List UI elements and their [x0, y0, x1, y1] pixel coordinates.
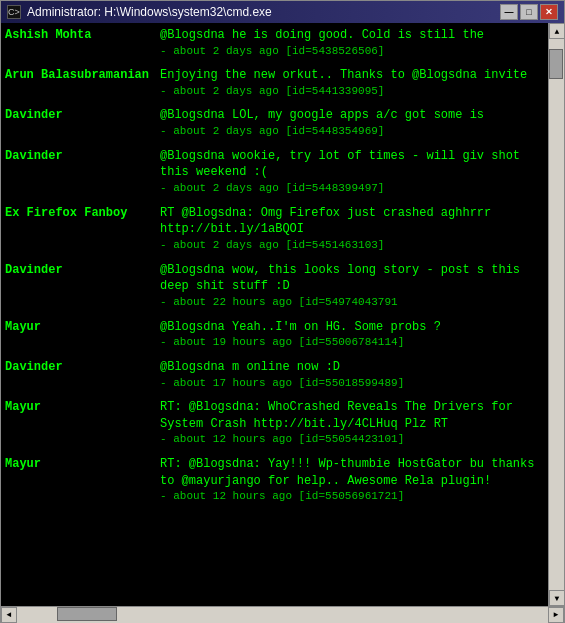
- horizontal-scrollbar[interactable]: ◄ ►: [1, 606, 564, 622]
- entry-message: @Blogsdna he is doing good. Cold is stil…: [160, 27, 544, 44]
- scroll-right-button[interactable]: ►: [548, 607, 564, 623]
- table-row: MayurRT: @Blogsdna: Yay!!! Wp-thumbie Ho…: [5, 456, 544, 505]
- entry-message: RT: @Blogsdna: WhoCrashed Reveals The Dr…: [160, 399, 544, 433]
- entry-username: Davinder: [5, 262, 160, 311]
- entry-username: Davinder: [5, 359, 160, 391]
- table-row: Davinder@Blogsdna m online now :D- about…: [5, 359, 544, 391]
- table-row: Mayur@Blogsdna Yeah..I'm on HG. Some pro…: [5, 319, 544, 351]
- h-scroll-track[interactable]: [17, 607, 548, 623]
- scroll-track[interactable]: [549, 39, 564, 590]
- cmd-area: Ashish Mohta@Blogsdna he is doing good. …: [1, 23, 564, 606]
- table-row: Ashish Mohta@Blogsdna he is doing good. …: [5, 27, 544, 59]
- maximize-button[interactable]: □: [520, 4, 538, 20]
- entry-content: Enjoying the new orkut.. Thanks to @Blog…: [160, 67, 544, 99]
- entry-meta: - about 19 hours ago [id=55006784114]: [160, 335, 544, 350]
- minimize-button[interactable]: —: [500, 4, 518, 20]
- title-bar-left: C> Administrator: H:\Windows\system32\cm…: [7, 5, 272, 19]
- entry-message: @Blogsdna wow, this looks long story - p…: [160, 262, 544, 296]
- entry-message: RT: @Blogsdna: Yay!!! Wp-thumbie HostGat…: [160, 456, 544, 490]
- table-row: Davinder@Blogsdna wow, this looks long s…: [5, 262, 544, 311]
- entry-username: Davinder: [5, 107, 160, 139]
- scroll-up-button[interactable]: ▲: [549, 23, 564, 39]
- entry-content: @Blogsdna wow, this looks long story - p…: [160, 262, 544, 311]
- scroll-thumb[interactable]: [549, 49, 563, 79]
- entry-content: RT: @Blogsdna: Yay!!! Wp-thumbie HostGat…: [160, 456, 544, 505]
- entry-message: @Blogsdna LOL, my google apps a/c got so…: [160, 107, 544, 124]
- table-row: Ex Firefox FanboyRT @Blogsdna: Omg Firef…: [5, 205, 544, 254]
- cmd-content-scroll[interactable]: Ashish Mohta@Blogsdna he is doing good. …: [1, 23, 548, 606]
- title-buttons: — □ ✕: [500, 4, 558, 20]
- entry-meta: - about 12 hours ago [id=55054423101]: [160, 432, 544, 447]
- entry-content: RT @Blogsdna: Omg Firefox just crashed a…: [160, 205, 544, 254]
- entry-content: @Blogsdna LOL, my google apps a/c got so…: [160, 107, 544, 139]
- entry-meta: - about 2 days ago [id=5448399497]: [160, 181, 544, 196]
- entry-meta: - about 2 days ago [id=5441339095]: [160, 84, 544, 99]
- title-bar: C> Administrator: H:\Windows\system32\cm…: [1, 1, 564, 23]
- entry-username: Ex Firefox Fanboy: [5, 205, 160, 254]
- close-button[interactable]: ✕: [540, 4, 558, 20]
- window-title: Administrator: H:\Windows\system32\cmd.e…: [27, 5, 272, 19]
- entry-message: @Blogsdna m online now :D: [160, 359, 544, 376]
- table-row: Davinder@Blogsdna LOL, my google apps a/…: [5, 107, 544, 139]
- table-row: Arun BalasubramanianEnjoying the new ork…: [5, 67, 544, 99]
- entry-meta: - about 12 hours ago [id=55056961721]: [160, 489, 544, 504]
- vertical-scrollbar[interactable]: ▲ ▼: [548, 23, 564, 606]
- table-row: MayurRT: @Blogsdna: WhoCrashed Reveals T…: [5, 399, 544, 448]
- h-scroll-thumb[interactable]: [57, 607, 117, 621]
- entry-meta: - about 22 hours ago [id=54974043791: [160, 295, 544, 310]
- scroll-left-button[interactable]: ◄: [1, 607, 17, 623]
- entry-username: Mayur: [5, 399, 160, 448]
- entry-message: RT @Blogsdna: Omg Firefox just crashed a…: [160, 205, 544, 239]
- entry-username: Mayur: [5, 319, 160, 351]
- entry-meta: - about 2 days ago [id=5438526506]: [160, 44, 544, 59]
- entry-meta: - about 2 days ago [id=5448354969]: [160, 124, 544, 139]
- entry-username: Mayur: [5, 456, 160, 505]
- entry-message: Enjoying the new orkut.. Thanks to @Blog…: [160, 67, 544, 84]
- entry-content: @Blogsdna Yeah..I'm on HG. Some probs ?-…: [160, 319, 544, 351]
- entry-content: RT: @Blogsdna: WhoCrashed Reveals The Dr…: [160, 399, 544, 448]
- entry-username: Arun Balasubramanian: [5, 67, 160, 99]
- entry-meta: - about 17 hours ago [id=55018599489]: [160, 376, 544, 391]
- entry-meta: - about 2 days ago [id=5451463103]: [160, 238, 544, 253]
- entry-username: Ashish Mohta: [5, 27, 160, 59]
- table-row: Davinder@Blogsdna wookie, try lot of tim…: [5, 148, 544, 197]
- entry-username: Davinder: [5, 148, 160, 197]
- window-icon: C>: [7, 5, 21, 19]
- entry-content: @Blogsdna he is doing good. Cold is stil…: [160, 27, 544, 59]
- cmd-window: C> Administrator: H:\Windows\system32\cm…: [0, 0, 565, 623]
- entry-message: @Blogsdna Yeah..I'm on HG. Some probs ?: [160, 319, 544, 336]
- entry-content: @Blogsdna wookie, try lot of times - wil…: [160, 148, 544, 197]
- scroll-down-button[interactable]: ▼: [549, 590, 564, 606]
- entry-message: @Blogsdna wookie, try lot of times - wil…: [160, 148, 544, 182]
- entry-content: @Blogsdna m online now :D- about 17 hour…: [160, 359, 544, 391]
